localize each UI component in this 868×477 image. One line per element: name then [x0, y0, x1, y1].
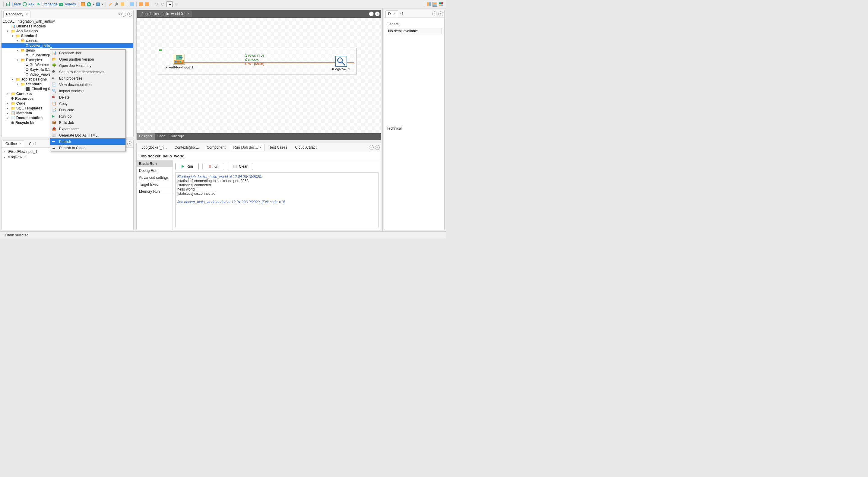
svg-rect-5 — [81, 2, 85, 6]
cod-tab[interactable]: Cod — [27, 140, 38, 147]
context-menu: 📊Compare Job 📂Open another version 🌳Open… — [50, 50, 126, 151]
editor-tab[interactable]: Job docker_hello_world 0.1 × — [138, 10, 192, 17]
svg-rect-16 — [433, 4, 437, 5]
maximize-icon[interactable]: + — [127, 12, 132, 17]
menu-publish-cloud[interactable]: ☁Publish to Cloud — [50, 145, 125, 151]
menu-generate-doc[interactable]: 📰Generate Doc As HTML — [50, 132, 125, 138]
repository-tab[interactable]: Repository × — [3, 10, 30, 18]
close-icon[interactable]: × — [26, 12, 28, 16]
persp2-icon[interactable] — [433, 2, 437, 7]
designer-canvas[interactable]: tFixedFlowInput_1 1 rows in 0s 0 rows/s … — [136, 18, 381, 133]
svg-point-3 — [23, 2, 27, 6]
menu-impact[interactable]: 🔍Impact Analysis — [50, 88, 125, 94]
menu-run-job[interactable]: ▶Run job — [50, 113, 125, 119]
menu-edit-props[interactable]: ✏Edit properties — [50, 75, 125, 82]
tool2-icon[interactable] — [96, 2, 100, 7]
menu-setup-routine[interactable]: ⚙Setup routine dependencies — [50, 69, 125, 75]
menu-open-hierarchy[interactable]: 🌳Open Job Hierarchy — [50, 62, 125, 69]
menu-copy[interactable]: 📋Copy — [50, 100, 125, 107]
connect-folder[interactable]: ▾📂 connect — [1, 38, 133, 43]
job-tab[interactable]: Job(docker_h... — [138, 144, 170, 151]
designer-tab[interactable]: Designer — [136, 133, 155, 140]
persp3-icon[interactable] — [438, 2, 443, 7]
menu-export-items[interactable]: 📤Export items — [50, 126, 125, 132]
docker-hello-job[interactable]: ▸⚙ docker_hello_ — [1, 43, 133, 48]
minimize-icon[interactable]: − — [369, 145, 374, 150]
toolbar-select[interactable] — [166, 1, 173, 7]
tool5-icon[interactable] — [139, 2, 144, 7]
maximize-icon[interactable]: + — [127, 141, 132, 146]
ask-link[interactable]: Ask — [28, 2, 34, 6]
svg-rect-18 — [441, 2, 443, 4]
menu-publish[interactable]: ➡Publish — [50, 138, 125, 145]
outline-tab[interactable]: Outline× — [3, 140, 24, 148]
kill-button[interactable]: Kill — [203, 163, 224, 170]
exchange-link[interactable]: Exchange — [42, 2, 58, 6]
videos-icon — [59, 2, 64, 7]
tool3-icon[interactable] — [120, 2, 125, 7]
run-tab[interactable]: Run (Job doc...× — [230, 144, 265, 151]
clear-button[interactable]: Clear — [228, 163, 253, 170]
menu-view-doc[interactable]: 📄View documentation — [50, 82, 125, 88]
menu-duplicate[interactable]: 📑Duplicate — [50, 107, 125, 113]
code-tab[interactable]: Code — [155, 133, 168, 140]
editor-tab-label: Job docker_hello_world 0.1 — [142, 12, 186, 16]
close-icon[interactable]: × — [259, 145, 261, 150]
maximize-icon[interactable]: + — [375, 145, 380, 150]
videos-link[interactable]: Videos — [65, 2, 76, 6]
minimize-icon[interactable]: − — [369, 11, 374, 16]
basic-run-row[interactable]: Basic Run — [136, 160, 173, 167]
jobscript-tab[interactable]: Jobscript — [168, 133, 186, 140]
minimize-icon[interactable]: − — [432, 11, 437, 16]
outline-item-2[interactable]: ▸tLogRow_1 — [3, 154, 132, 160]
minimize-icon[interactable]: − — [121, 12, 126, 17]
technical-section-title: Technical — [386, 126, 442, 131]
component-tfixedflowinput[interactable]: tFixedFlowInput_1 — [164, 54, 194, 69]
detail-tab[interactable]: D× — [385, 10, 398, 18]
maximize-icon[interactable]: + — [438, 11, 443, 16]
detail-input[interactable] — [386, 28, 442, 34]
run-icon[interactable] — [87, 2, 91, 7]
advanced-settings-row[interactable]: Advanced settings — [136, 174, 173, 181]
component-tab[interactable]: Component — [203, 144, 228, 151]
tool-icon[interactable] — [81, 2, 85, 7]
menu-build-job[interactable]: 📦Build Job — [50, 119, 125, 126]
menu-compare-job[interactable]: 📊Compare Job — [50, 50, 125, 56]
svg-rect-20 — [441, 4, 443, 6]
job-designs-node[interactable]: ▾📁 Job Designs — [1, 29, 133, 33]
run-button[interactable]: Run — [175, 163, 199, 170]
console-output: Starting job docker_hello_world at 12:04… — [175, 172, 378, 227]
tool4-icon[interactable] — [129, 2, 134, 7]
wrench-icon[interactable] — [114, 2, 119, 7]
svg-rect-13 — [427, 2, 429, 6]
component-tlogrow[interactable]: tLogRow_1 — [332, 56, 350, 71]
flow-connector[interactable] — [181, 62, 354, 63]
svg-rect-7 — [96, 3, 99, 6]
svg-rect-19 — [439, 4, 441, 6]
target-exec-row[interactable]: Target Exec — [136, 181, 173, 188]
undo-icon[interactable] — [154, 2, 159, 7]
standard-node[interactable]: ▾📁 Standard — [1, 33, 133, 38]
tool7-icon[interactable] — [174, 2, 179, 7]
close-icon[interactable]: × — [19, 142, 22, 146]
menu-delete[interactable]: ✖Delete — [50, 94, 125, 100]
maximize-icon[interactable]: + — [375, 11, 380, 16]
testcases-tab[interactable]: Test Cases — [266, 144, 290, 151]
close-icon[interactable]: × — [393, 12, 395, 16]
redo-icon[interactable] — [160, 2, 165, 7]
svg-rect-1 — [7, 4, 8, 6]
persp1-icon[interactable] — [427, 2, 431, 7]
svg-rect-11 — [145, 2, 149, 6]
svg-rect-9 — [130, 2, 134, 6]
memory-run-row[interactable]: Memory Run — [136, 188, 173, 195]
close-icon[interactable]: × — [187, 12, 189, 16]
edit-icon[interactable] — [108, 2, 113, 7]
debug-run-row[interactable]: Debug Run — [136, 167, 173, 174]
contexts-tab[interactable]: Contexts(doc... — [171, 144, 203, 151]
tool6-icon[interactable] — [145, 2, 150, 7]
project-label: LOCAL: Integration_with_airflow — [1, 19, 133, 24]
learn-link[interactable]: Learn — [12, 2, 21, 6]
cloud-artifact-tab[interactable]: Cloud Artifact — [292, 144, 320, 151]
menu-open-another[interactable]: 📂Open another version — [50, 56, 125, 62]
business-models-node[interactable]: ▸📊 Business Models — [1, 24, 133, 29]
